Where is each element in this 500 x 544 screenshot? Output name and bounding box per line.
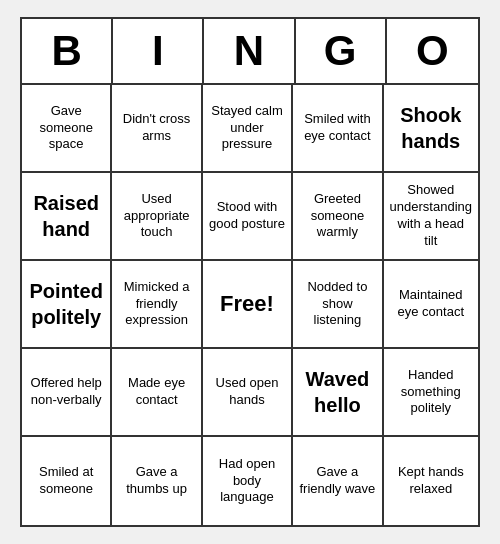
bingo-cell-3[interactable]: Smiled with eye contact	[293, 85, 383, 173]
bingo-letter-n: N	[204, 19, 295, 83]
bingo-cell-24[interactable]: Kept hands relaxed	[384, 437, 478, 525]
bingo-cell-18[interactable]: Waved hello	[293, 349, 383, 437]
bingo-cell-11[interactable]: Mimicked a friendly expression	[112, 261, 202, 349]
bingo-cell-6[interactable]: Used appropriate touch	[112, 173, 202, 261]
bingo-cell-10[interactable]: Pointed politely	[22, 261, 112, 349]
bingo-letter-i: I	[113, 19, 204, 83]
bingo-cell-7[interactable]: Stood with good posture	[203, 173, 293, 261]
bingo-cell-1[interactable]: Didn't cross arms	[112, 85, 202, 173]
bingo-cell-22[interactable]: Had open body language	[203, 437, 293, 525]
bingo-cell-4[interactable]: Shook hands	[384, 85, 478, 173]
bingo-header: BINGO	[22, 19, 478, 85]
bingo-cell-21[interactable]: Gave a thumbs up	[112, 437, 202, 525]
bingo-cell-12[interactable]: Free!	[203, 261, 293, 349]
bingo-cell-16[interactable]: Made eye contact	[112, 349, 202, 437]
bingo-letter-o: O	[387, 19, 478, 83]
bingo-card: BINGO Gave someone spaceDidn't cross arm…	[20, 17, 480, 527]
bingo-cell-17[interactable]: Used open hands	[203, 349, 293, 437]
bingo-cell-0[interactable]: Gave someone space	[22, 85, 112, 173]
bingo-letter-b: B	[22, 19, 113, 83]
bingo-cell-23[interactable]: Gave a friendly wave	[293, 437, 383, 525]
bingo-cell-9[interactable]: Showed understanding with a head tilt	[384, 173, 478, 261]
bingo-cell-13[interactable]: Nodded to show listening	[293, 261, 383, 349]
bingo-cell-19[interactable]: Handed something politely	[384, 349, 478, 437]
bingo-cell-20[interactable]: Smiled at someone	[22, 437, 112, 525]
bingo-cell-2[interactable]: Stayed calm under pressure	[203, 85, 293, 173]
bingo-cell-14[interactable]: Maintained eye contact	[384, 261, 478, 349]
bingo-letter-g: G	[296, 19, 387, 83]
bingo-cell-8[interactable]: Greeted someone warmly	[293, 173, 383, 261]
bingo-cell-5[interactable]: Raised hand	[22, 173, 112, 261]
bingo-cell-15[interactable]: Offered help non-verbally	[22, 349, 112, 437]
bingo-grid: Gave someone spaceDidn't cross armsStaye…	[22, 85, 478, 525]
